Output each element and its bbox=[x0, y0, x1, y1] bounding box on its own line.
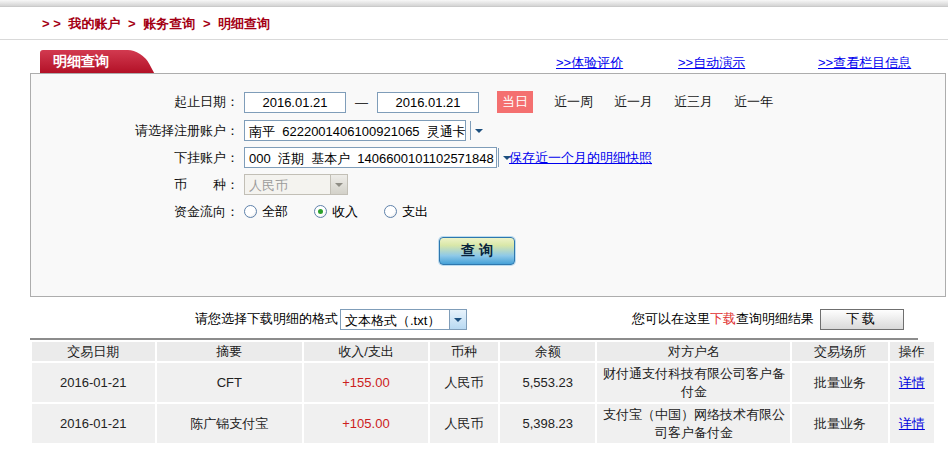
quick-range-month[interactable]: 近一月 bbox=[614, 93, 653, 111]
breadcrumb: > > 我的账户 > 账务查询 > 明细查询 bbox=[0, 7, 948, 39]
radio-checked-icon[interactable] bbox=[314, 205, 327, 218]
flow-option-income[interactable]: 收入 bbox=[314, 203, 358, 221]
flow-option-expense-label: 支出 bbox=[402, 203, 428, 221]
dropdown-arrow-icon[interactable] bbox=[470, 121, 471, 140]
cell-summary: CFT bbox=[157, 363, 303, 402]
registered-account-label: 请选择注册账户： bbox=[31, 122, 239, 140]
result-table: 交易日期 摘要 收入/支出 币种 余额 对方户名 交易场所 操作 2016-01… bbox=[30, 338, 918, 445]
registered-account-select[interactable]: 南平 6222001406100921065 灵通卡 bbox=[244, 120, 466, 141]
date-range-dash: — bbox=[355, 95, 368, 110]
breadcrumb-item-my-account[interactable]: 我的账户 bbox=[68, 16, 120, 31]
cell-date: 2016-01-21 bbox=[32, 404, 155, 443]
flow-option-all-label: 全部 bbox=[262, 203, 288, 221]
quick-range-quarter[interactable]: 近三月 bbox=[674, 93, 713, 111]
flow-option-expense[interactable]: 支出 bbox=[384, 203, 428, 221]
currency-value: 人民币 bbox=[245, 175, 292, 194]
col-header-counterparty: 对方户名 bbox=[597, 342, 790, 361]
cell-amount: +155.00 bbox=[304, 363, 428, 402]
flow-option-all[interactable]: 全部 bbox=[244, 203, 288, 221]
registered-account-value: 南平 6222001406100921065 灵通卡 bbox=[245, 121, 470, 140]
col-header-action: 操作 bbox=[890, 342, 934, 361]
download-format-label: 请您选择下载明细的格式 bbox=[195, 310, 338, 328]
download-button[interactable]: 下载 bbox=[820, 309, 904, 330]
sub-account-label: 下挂账户： bbox=[31, 149, 239, 167]
cell-venue: 批量业务 bbox=[792, 404, 887, 443]
cell-date: 2016-01-21 bbox=[32, 363, 155, 402]
date-to-input[interactable] bbox=[377, 92, 479, 113]
detail-link[interactable]: 详情 bbox=[899, 375, 925, 390]
cell-counterparty: 财付通支付科技有限公司客户备付金 bbox=[597, 363, 790, 402]
download-format-value: 文本格式（.txt） bbox=[341, 310, 444, 329]
tab-detail-query[interactable]: 明细查询 bbox=[40, 50, 126, 73]
breadcrumb-item-account-query[interactable]: 账务查询 bbox=[143, 16, 195, 31]
cell-summary: 陈广锦支付宝 bbox=[157, 404, 303, 443]
dropdown-arrow-icon[interactable] bbox=[498, 148, 499, 167]
breadcrumb-separator: > bbox=[128, 16, 136, 31]
currency-select-disabled: 人民币 bbox=[244, 174, 348, 195]
breadcrumb-item-detail-query[interactable]: 明细查询 bbox=[218, 16, 270, 31]
currency-label: 币 种： bbox=[31, 176, 239, 194]
top-gradient-bar bbox=[0, 0, 948, 7]
col-header-venue: 交易场所 bbox=[792, 342, 887, 361]
breadcrumb-prefix: > > bbox=[42, 16, 61, 31]
table-row: 2016-01-21 陈广锦支付宝 +105.00 人民币 5,398.23 支… bbox=[32, 404, 934, 443]
query-button[interactable]: 查 询 bbox=[439, 237, 515, 265]
table-row: 2016-01-21 CFT +155.00 人民币 5,553.23 财付通支… bbox=[32, 363, 934, 402]
link-auto-demo[interactable]: >>自动演示 bbox=[678, 54, 745, 72]
dropdown-arrow-icon[interactable] bbox=[449, 310, 466, 329]
table-header-row: 交易日期 摘要 收入/支出 币种 余额 对方户名 交易场所 操作 bbox=[32, 342, 934, 361]
dropdown-arrow-icon bbox=[330, 175, 347, 194]
quick-range-today[interactable]: 当日 bbox=[497, 91, 533, 113]
radio-unchecked-icon[interactable] bbox=[384, 205, 397, 218]
fund-flow-label: 资金流向： bbox=[31, 203, 239, 221]
col-header-amount: 收入/支出 bbox=[304, 342, 428, 361]
date-from-input[interactable] bbox=[244, 92, 346, 113]
cell-balance: 5,398.23 bbox=[500, 404, 595, 443]
date-range-label: 起止日期： bbox=[31, 93, 239, 111]
sub-account-select[interactable]: 000 活期 基本户 1406600101102571848 bbox=[244, 147, 497, 168]
save-monthly-snapshot-link[interactable]: 保存近一个月的明细快照 bbox=[509, 149, 652, 167]
download-hint-keyword: 下载 bbox=[710, 310, 736, 328]
cell-venue: 批量业务 bbox=[792, 363, 887, 402]
divider bbox=[0, 39, 948, 40]
cell-amount: +105.00 bbox=[304, 404, 428, 443]
cell-counterparty: 支付宝（中国）网络技术有限公司客户备付金 bbox=[597, 404, 790, 443]
cell-balance: 5,553.23 bbox=[500, 363, 595, 402]
link-experience-evaluation[interactable]: >>体验评价 bbox=[556, 54, 623, 72]
quick-range-year[interactable]: 近一年 bbox=[734, 93, 773, 111]
download-format-select[interactable]: 文本格式（.txt） bbox=[340, 309, 467, 330]
col-header-currency: 币种 bbox=[430, 342, 498, 361]
download-hint-post: 查询明细结果 bbox=[736, 310, 814, 328]
col-header-date: 交易日期 bbox=[32, 342, 155, 361]
cell-currency: 人民币 bbox=[430, 404, 498, 443]
breadcrumb-separator: > bbox=[203, 16, 211, 31]
link-view-column-info[interactable]: >>查看栏目信息 bbox=[818, 54, 911, 72]
detail-link[interactable]: 详情 bbox=[899, 416, 925, 431]
radio-unchecked-icon[interactable] bbox=[244, 205, 257, 218]
sub-account-value: 000 活期 基本户 1406600101102571848 bbox=[245, 148, 498, 167]
download-hint-pre: 您可以在这里 bbox=[632, 310, 710, 328]
query-form: 起止日期： — 当日 近一周 近一月 近三月 近一年 请选择注册账户： 南平 6… bbox=[30, 73, 946, 297]
col-header-summary: 摘要 bbox=[157, 342, 303, 361]
flow-option-income-label: 收入 bbox=[332, 203, 358, 221]
quick-range-week[interactable]: 近一周 bbox=[554, 93, 593, 111]
cell-currency: 人民币 bbox=[430, 363, 498, 402]
col-header-balance: 余额 bbox=[500, 342, 595, 361]
